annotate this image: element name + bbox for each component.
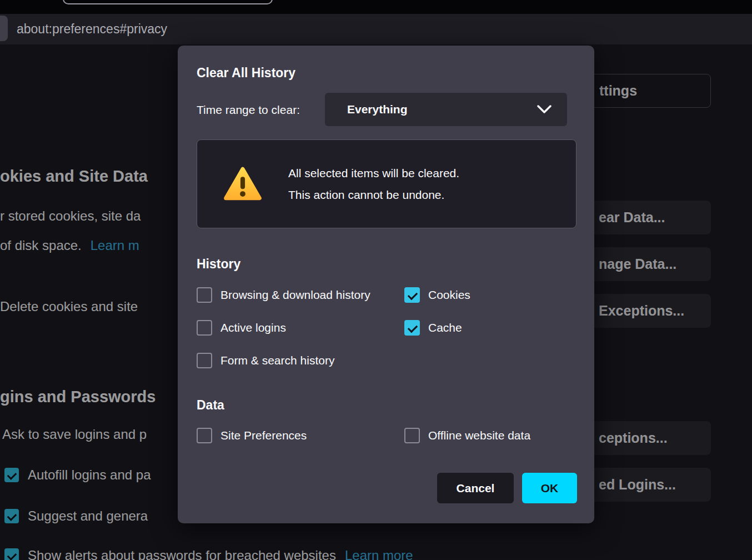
checkbox-label: Cookies	[428, 288, 470, 302]
checkbox-label: Cache	[428, 321, 462, 334]
warning-line2: This action cannot be undone.	[288, 184, 459, 206]
time-range-select[interactable]: Everything	[325, 93, 567, 126]
checkbox-form-search-history[interactable]	[197, 353, 212, 368]
checkbox-row-offline-website-data[interactable]: Offline website data	[404, 428, 530, 443]
chevron-down-icon	[537, 105, 552, 114]
browser-chrome-top	[0, 0, 752, 14]
time-range-label: Time range to clear:	[197, 103, 300, 117]
checkbox-active-logins[interactable]	[197, 320, 212, 336]
url-text[interactable]: about:preferences#privacy	[17, 22, 167, 37]
checkbox-row-cookies[interactable]: Cookies	[404, 287, 470, 303]
checkbox-offline-website-data[interactable]	[404, 428, 420, 443]
browser-urlbar[interactable]: about:preferences#privacy	[0, 14, 752, 44]
history-checkbox-grid: Browsing & download history Cookies Acti…	[197, 287, 470, 368]
cancel-button[interactable]: Cancel	[437, 473, 514, 503]
warning-box: All selected items will be cleared. This…	[197, 139, 576, 228]
time-range-value: Everything	[347, 103, 408, 116]
checkbox-label: Site Preferences	[220, 429, 307, 442]
dialog-title: Clear All History	[197, 66, 295, 81]
checkbox-site-preferences[interactable]	[197, 428, 212, 443]
checkbox-cache[interactable]	[404, 320, 420, 336]
data-checkbox-grid: Site Preferences Offline website data	[197, 428, 530, 443]
checkbox-label: Offline website data	[428, 429, 530, 442]
checkbox-row-cache[interactable]: Cache	[404, 320, 470, 336]
checkbox-label: Browsing & download history	[220, 288, 370, 302]
warning-line1: All selected items will be cleared.	[288, 162, 459, 184]
urlbar-outline-fragment	[63, 0, 273, 4]
checkbox-row-form-search-history[interactable]: Form & search history	[197, 353, 404, 368]
clear-history-dialog: Clear All History Time range to clear: E…	[178, 46, 594, 523]
ok-button[interactable]: OK	[522, 473, 577, 503]
checkbox-row-site-preferences[interactable]: Site Preferences	[197, 428, 404, 443]
toolbar-button-fragment[interactable]	[0, 16, 8, 41]
checkbox-row-browsing-download-history[interactable]: Browsing & download history	[197, 287, 404, 303]
checkbox-browsing-download-history[interactable]	[197, 287, 212, 303]
checkbox-label: Form & search history	[220, 354, 334, 367]
checkbox-label: Active logins	[220, 321, 286, 334]
checkbox-cookies[interactable]	[404, 287, 420, 303]
data-heading: Data	[197, 398, 224, 413]
warning-icon	[223, 166, 262, 202]
history-heading: History	[197, 257, 240, 272]
checkbox-row-active-logins[interactable]: Active logins	[197, 320, 404, 336]
